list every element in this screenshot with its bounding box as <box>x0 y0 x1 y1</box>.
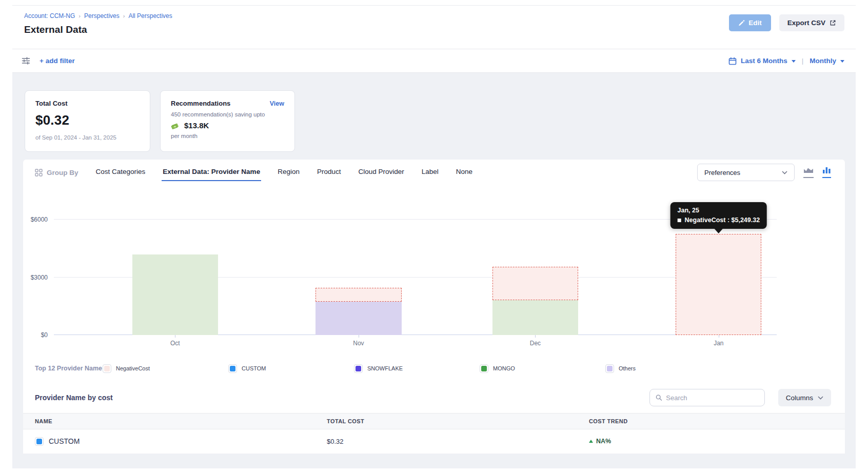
group-by-row: Group By Cost CategoriesExternal Data: P… <box>23 160 845 185</box>
group-by-tab[interactable]: None <box>455 164 474 181</box>
chevron-down-icon <box>818 396 823 400</box>
group-by-label: Group By <box>35 169 78 176</box>
chevron-right-icon: › <box>78 13 81 19</box>
edit-button[interactable]: Edit <box>729 14 771 31</box>
gridline <box>54 219 777 220</box>
table-title: Provider Name by cost <box>35 394 113 402</box>
money-icon <box>171 122 181 129</box>
legend-swatch <box>354 364 363 373</box>
bar-segment-others[interactable] <box>315 302 401 335</box>
x-axis-label: Oct <box>170 340 180 347</box>
bar-segment-negativecost[interactable] <box>315 288 401 302</box>
bar-segment-negativecost[interactable] <box>492 267 578 300</box>
bar-chart-toggle[interactable] <box>822 167 831 178</box>
provider-name-cell: CUSTOM <box>35 437 327 446</box>
bar-chart-icon <box>822 167 831 174</box>
bar-segment-mongo[interactable] <box>132 254 218 335</box>
total-cost-value: $0.32 <box>35 112 140 128</box>
app-window: Account: CCM-NG › Perspectives › All Per… <box>12 5 856 468</box>
legend-swatch <box>480 364 488 373</box>
provider-swatch <box>35 437 44 446</box>
group-by-tab[interactable]: External Data: Provider Name <box>162 164 261 181</box>
date-range-dropdown[interactable]: Last 6 Months <box>741 57 787 65</box>
filter-sliders-icon[interactable] <box>22 57 30 65</box>
x-axis-label: Dec <box>530 340 541 347</box>
group-by-tab[interactable]: Cost Categories <box>95 164 147 181</box>
recommendations-card: Recommendations View 450 recommendation(… <box>160 90 295 152</box>
breadcrumb-account[interactable]: Account: CCM-NG <box>24 12 75 19</box>
search-input[interactable] <box>666 394 758 402</box>
external-link-icon <box>830 19 836 26</box>
column-header-cost-trend[interactable]: COST TREND <box>589 418 845 424</box>
total-cost-card: Total Cost $0.32 of Sep 01, 2024 - Jan 3… <box>25 90 150 152</box>
search-icon <box>656 394 662 401</box>
page-header: Account: CCM-NG › Perspectives › All Per… <box>12 6 856 49</box>
chevron-right-icon: › <box>123 13 125 19</box>
preferences-dropdown[interactable]: Preferences <box>697 164 795 181</box>
legend-title: Top 12 Provider Name <box>35 364 103 373</box>
group-by-tab[interactable]: Region <box>277 164 301 181</box>
column-header-name[interactable]: NAME <box>35 418 327 424</box>
savings-amount: $13.8K <box>184 121 209 130</box>
cost-trend-cell: NA% <box>589 438 845 445</box>
chart-legend: Top 12 Provider Name NegativeCostCUSTOMS… <box>23 356 845 381</box>
legend-swatch <box>103 364 111 373</box>
export-csv-button[interactable]: Export CSV <box>779 14 844 31</box>
x-axis-label: Jan <box>714 340 723 347</box>
chevron-down-icon <box>782 171 787 174</box>
columns-button[interactable]: Columns <box>778 389 831 406</box>
filter-bar: + add filter Last 6 Months | Monthly <box>12 49 856 73</box>
divider: | <box>802 57 804 65</box>
legend-label: MONGO <box>493 365 515 371</box>
legend-item-mongo[interactable]: MONGO <box>480 364 605 373</box>
granularity-dropdown[interactable]: Monthly <box>810 57 836 65</box>
bar-segment-negativecost[interactable] <box>676 234 761 335</box>
recommendations-subtitle: 450 recommendation(s) saving upto <box>171 111 284 117</box>
chevron-down-icon[interactable] <box>792 60 796 63</box>
area-chart-toggle[interactable] <box>803 167 814 178</box>
group-by-tab[interactable]: Cloud Provider <box>357 164 405 181</box>
chevron-down-icon[interactable] <box>840 60 844 63</box>
tooltip-series-value: NegativeCost : $5,249.32 <box>685 217 760 224</box>
legend-item-others[interactable]: Others <box>605 364 731 373</box>
chart-tooltip: Jan, 25 NegativeCost : $5,249.32 <box>670 202 767 229</box>
total-cost-period: of Sep 01, 2024 - Jan 31, 2025 <box>35 134 140 141</box>
tooltip-series-bullet <box>678 219 681 222</box>
total-cost-cell: $0.32 <box>327 438 589 445</box>
legend-item-snowflake[interactable]: SNOWFLAKE <box>354 364 480 373</box>
table-row[interactable]: CUSTOM$0.32NA% <box>23 429 845 453</box>
view-recommendations-link[interactable]: View <box>270 100 284 107</box>
legend-item-custom[interactable]: CUSTOM <box>228 364 354 373</box>
legend-item-negativecost[interactable]: NegativeCost <box>103 364 228 373</box>
table-controls: Provider Name by cost Columns <box>23 386 845 409</box>
grid-icon <box>35 169 43 176</box>
group-by-tab[interactable]: Product <box>316 164 342 181</box>
group-by-tab[interactable]: Label <box>421 164 440 181</box>
x-axis-tick <box>359 335 359 338</box>
recommendations-label: Recommendations <box>171 100 230 107</box>
legend-items: NegativeCostCUSTOMSNOWFLAKEMONGOOthers <box>103 364 731 373</box>
tooltip-title: Jan, 25 <box>678 207 760 214</box>
perspective-panel: Group By Cost CategoriesExternal Data: P… <box>23 160 845 454</box>
y-axis-label: $3000 <box>31 274 48 281</box>
legend-swatch <box>605 364 614 373</box>
x-axis-tick <box>175 335 175 338</box>
breadcrumb-all-perspectives[interactable]: All Perspectives <box>128 12 172 19</box>
x-axis-tick <box>535 335 536 338</box>
main-content: Total Cost $0.32 of Sep 01, 2024 - Jan 3… <box>12 73 856 468</box>
x-axis-tick <box>719 335 719 338</box>
calendar-icon <box>728 57 737 65</box>
column-header-total-cost[interactable]: TOTAL COST <box>327 418 589 424</box>
pencil-icon <box>738 19 745 26</box>
page-title: External Data <box>24 24 172 35</box>
breadcrumb: Account: CCM-NG › Perspectives › All Per… <box>24 12 172 19</box>
bar-segment-mongo[interactable] <box>492 300 578 335</box>
chart-plot: Jan, 25 NegativeCost : $5,249.32 $0$3000… <box>54 195 777 335</box>
breadcrumb-perspectives[interactable]: Perspectives <box>84 12 120 19</box>
search-box[interactable] <box>649 389 765 406</box>
savings-suffix: per month <box>171 133 284 139</box>
legend-label: Others <box>619 365 636 371</box>
add-filter-button[interactable]: + add filter <box>40 57 75 65</box>
y-axis-label: $6000 <box>31 216 48 223</box>
y-axis-label: $0 <box>41 331 48 339</box>
